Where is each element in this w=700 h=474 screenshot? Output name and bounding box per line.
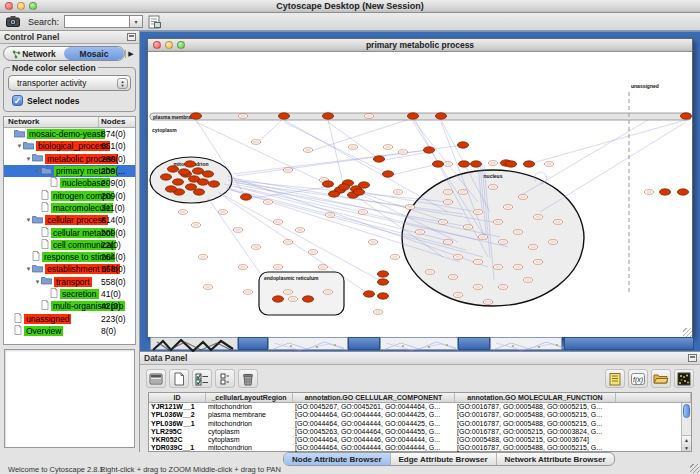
selected-gene-node	[240, 194, 251, 200]
table-scrollbar[interactable]: ▲▼	[681, 403, 691, 451]
gene-node	[308, 250, 317, 255]
expand-arrow-icon[interactable]: ▼	[25, 156, 32, 162]
minimized-window-thumbnail[interactable]	[150, 337, 238, 350]
dropdown-stepper-icon: ▲▼	[117, 78, 128, 89]
minimized-window-titlebar[interactable]	[458, 337, 490, 350]
gene-node	[348, 145, 357, 150]
selected-gene-node	[302, 296, 313, 302]
gene-node	[513, 230, 522, 235]
minimized-window-titlebar[interactable]	[564, 337, 694, 350]
column-header[interactable]: annotation.GO CELLULAR_COMPONENT	[293, 393, 455, 402]
selected-gene-node	[160, 174, 171, 180]
tree-item[interactable]: mosaic-demo-yeast874(0)	[4, 128, 135, 140]
expand-arrow-icon[interactable]: ▼	[25, 217, 32, 223]
table-row[interactable]: YPL036W__2plasma membrane[GO:0044464, GO…	[149, 411, 691, 419]
tab-node-attribute-browser[interactable]: Node Attribute Browser	[284, 453, 391, 465]
tab-network-attribute-browser[interactable]: Network Attribute Browser	[497, 453, 614, 465]
tree-item[interactable]: nucleobase-209(0)	[4, 177, 135, 189]
tree-item[interactable]: cell communicat22(0)	[4, 239, 135, 251]
tree-column-nodes[interactable]: Nodes	[99, 117, 135, 127]
tree-item[interactable]: secretion41(0)	[4, 288, 135, 300]
search-dropdown-button[interactable]: ▾	[130, 15, 143, 28]
tree-item[interactable]: response to stimul264(0)	[4, 251, 135, 263]
tree-item[interactable]: multi-organism pro42(0)	[4, 300, 135, 312]
expand-arrow-icon[interactable]: ▼	[16, 143, 23, 149]
tree-item[interactable]: ▼metabolic process280(0)	[4, 153, 135, 165]
expand-arrow-icon[interactable]: ▼	[34, 168, 41, 174]
cytoplasm-label: cytoplasm	[152, 127, 177, 133]
minimized-window-thumbnail[interactable]	[268, 337, 348, 350]
tree-item[interactable]: nitrogen compo209(0)	[4, 189, 135, 201]
minimized-window-titlebar[interactable]	[238, 337, 268, 350]
float-data-panel-icon[interactable]	[688, 354, 697, 362]
import-table-icon[interactable]	[145, 14, 163, 30]
network-canvas[interactable]: plasma membranecytoplasmmitochondrionnuc…	[148, 52, 692, 337]
gene-node	[478, 235, 487, 240]
control-panel: Control Panel NetworkMosaic ▶ Node color…	[0, 31, 140, 452]
checklist-icon[interactable]	[192, 369, 212, 388]
tree-item[interactable]: ▼establishment of lo558(0)	[4, 263, 135, 275]
tab-mosaic[interactable]: Mosaic	[64, 47, 124, 60]
node-color-dropdown[interactable]: transporter activity ▲▼	[8, 75, 131, 91]
tree-item[interactable]: ▼transport558(0)	[4, 276, 135, 288]
select-nodes-checkbox[interactable]: ✓	[12, 95, 23, 106]
column-header[interactable]: annotation.GO MOLECULAR_FUNCTION	[455, 393, 616, 402]
table-row[interactable]: YJR121W__1mitochondrion[GO:0045267, GO:0…	[149, 403, 691, 411]
tree-item[interactable]: ▼cellular process614(0)	[4, 214, 135, 226]
table-row[interactable]: YLR295Ccytoplasm[GO:0045263, GO:0044464,…	[149, 428, 691, 436]
tree-item-label: Overview	[24, 326, 63, 336]
scrollbar-thumb[interactable]	[683, 404, 690, 418]
snapshot-icon[interactable]	[4, 13, 22, 29]
new-attribute-icon[interactable]	[169, 369, 189, 388]
scrollbar-arrows[interactable]: ▲▼	[682, 435, 691, 451]
tree-item[interactable]: Overview8(0)	[4, 325, 135, 337]
gene-node	[533, 215, 542, 220]
expand-arrow-icon[interactable]: ▼	[25, 266, 32, 272]
table-row[interactable]: YPL036W__1mitochondrion[GO:0044464, GO:0…	[149, 420, 691, 428]
tree-item[interactable]: ▼primary metabo209(...	[4, 165, 135, 177]
column-header[interactable]: ID	[149, 393, 206, 402]
gene-node	[438, 220, 447, 225]
selected-gene-node	[458, 161, 469, 167]
minimized-window-thumbnail[interactable]	[380, 337, 458, 350]
tree-column-network[interactable]: Network	[4, 117, 99, 127]
tree-item[interactable]: unassigned223(0)	[4, 312, 135, 324]
matrix-icon[interactable]	[674, 369, 694, 388]
selected-gene-node	[178, 169, 189, 175]
birds-eye-view[interactable]	[4, 349, 135, 448]
delete-attribute-icon[interactable]	[238, 369, 258, 388]
tree-item[interactable]: macromolecule311(0)	[4, 202, 135, 214]
tab-network[interactable]: Network	[4, 47, 64, 60]
import-attributes-icon[interactable]	[651, 369, 671, 388]
app-resize-grip[interactable]	[690, 464, 699, 473]
column-header[interactable]: _cellularLayoutRegion	[206, 393, 293, 402]
minimized-window-titlebar[interactable]	[348, 337, 380, 350]
tree-item-nodes: 41(0)	[101, 289, 121, 299]
notes-icon[interactable]	[605, 369, 625, 388]
selected-gene-node	[167, 166, 178, 172]
gene-node	[283, 168, 292, 173]
selected-gene-node	[197, 179, 208, 185]
gene-node	[233, 228, 242, 233]
function-icon[interactable]: f(x)	[628, 369, 648, 388]
mini-checklist-icon[interactable]	[215, 369, 235, 388]
gene-node	[198, 255, 207, 260]
gene-node	[448, 275, 457, 280]
select-attributes-icon[interactable]	[146, 369, 166, 388]
gene-node	[288, 297, 297, 302]
network-view-window[interactable]: primary metabolic process plasma membran…	[147, 38, 693, 337]
search-input[interactable]	[64, 15, 130, 28]
selected-gene-node	[435, 113, 446, 119]
float-panel-icon[interactable]	[127, 33, 136, 41]
tab-overflow-button[interactable]: ▶	[125, 50, 136, 58]
status-welcome: Welcome to Cytoscape 2.8.1	[8, 465, 104, 474]
tree-item[interactable]: cellular metabol209(0)	[4, 226, 135, 238]
expand-arrow-icon[interactable]: ▼	[34, 279, 41, 285]
minimized-window-thumbnail[interactable]	[490, 337, 562, 350]
tab-edge-attribute-browser[interactable]: Edge Attribute Browser	[391, 453, 497, 465]
file-icon	[32, 251, 40, 263]
tree-item[interactable]: ▼biological_process651(0)	[4, 140, 135, 152]
endoplasmic-reticulum-label: endoplasmic reticulum	[264, 275, 319, 281]
tree-item-nodes: 209(0)	[101, 178, 126, 188]
table-row[interactable]: YKR052Ccytoplasm[GO:0044464, GO:0044446,…	[149, 436, 691, 444]
